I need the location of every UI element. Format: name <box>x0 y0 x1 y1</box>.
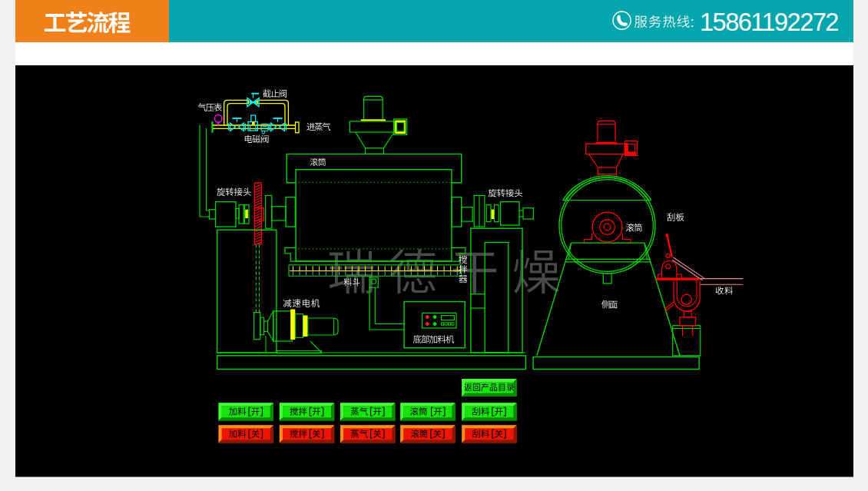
svg-text:15861192272: 15861192272 <box>700 8 838 36</box>
svg-text::: : <box>691 14 694 30</box>
